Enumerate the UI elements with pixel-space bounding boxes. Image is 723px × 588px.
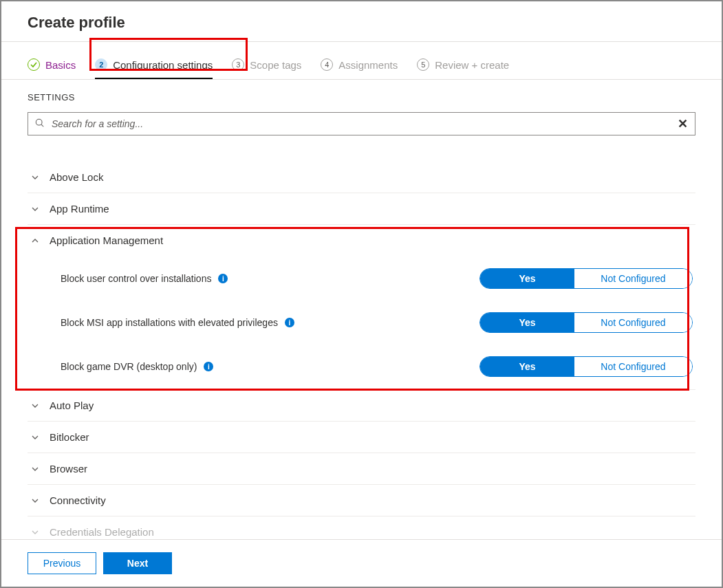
previous-button[interactable]: Previous bbox=[28, 552, 96, 574]
setting-row: Block MSI app installations with elevate… bbox=[61, 312, 693, 333]
tab-label: Assignments bbox=[338, 59, 398, 71]
category-row[interactable]: Connectivity bbox=[28, 485, 695, 516]
category-row[interactable]: Browser bbox=[28, 453, 695, 485]
settings-group: Block user control over installations i … bbox=[28, 256, 695, 390]
setting-row: Block user control over installations i … bbox=[61, 268, 693, 289]
info-icon[interactable]: i bbox=[204, 362, 213, 371]
toggle-option-yes[interactable]: Yes bbox=[480, 357, 574, 376]
tab-configuration-settings[interactable]: 2 Configuration settings bbox=[95, 58, 213, 79]
svg-line-1 bbox=[41, 124, 43, 127]
svg-point-0 bbox=[36, 119, 42, 125]
tab-assignments[interactable]: 4 Assignments bbox=[321, 58, 398, 79]
toggle-option-not-configured[interactable]: Not Configured bbox=[574, 357, 692, 376]
footer: Previous Next bbox=[1, 539, 722, 587]
step-number-icon: 5 bbox=[417, 58, 429, 71]
category-row[interactable]: Auto Play bbox=[28, 390, 695, 422]
info-icon[interactable]: i bbox=[218, 274, 228, 283]
category-label: Auto Play bbox=[50, 400, 94, 411]
category-row-expanded[interactable]: Application Management bbox=[28, 225, 695, 256]
section-label: SETTINGS bbox=[28, 92, 695, 102]
toggle-option-yes[interactable]: Yes bbox=[480, 269, 574, 288]
tab-label: Review + create bbox=[435, 59, 509, 71]
toggle-group: Yes Not Configured bbox=[479, 312, 693, 333]
category-label: Credentials Delegation bbox=[50, 526, 154, 538]
category-row[interactable]: Above Lock bbox=[28, 162, 695, 193]
toggle-group: Yes Not Configured bbox=[479, 356, 693, 377]
step-number-icon: 4 bbox=[321, 58, 333, 71]
info-icon[interactable]: i bbox=[285, 318, 294, 327]
category-label: Connectivity bbox=[50, 494, 106, 506]
categories-list: Above Lock App Runtime Application Manag… bbox=[28, 162, 695, 538]
chevron-down-icon bbox=[30, 173, 40, 182]
page-title: Create profile bbox=[1, 1, 722, 42]
toggle-group: Yes Not Configured bbox=[479, 268, 693, 289]
toggle-option-not-configured[interactable]: Not Configured bbox=[574, 269, 692, 288]
tab-review-create[interactable]: 5 Review + create bbox=[417, 58, 509, 79]
setting-label: Block user control over installations bbox=[61, 273, 211, 284]
tab-basics[interactable]: Basics bbox=[28, 58, 76, 79]
chevron-down-icon bbox=[30, 528, 40, 536]
category-label: Browser bbox=[50, 463, 87, 475]
chevron-down-icon bbox=[30, 465, 40, 473]
category-label: Above Lock bbox=[50, 171, 103, 183]
search-box[interactable]: ✕ bbox=[28, 112, 695, 135]
next-button[interactable]: Next bbox=[103, 552, 172, 574]
chevron-down-icon bbox=[30, 497, 40, 505]
chevron-down-icon bbox=[30, 433, 40, 442]
tab-label: Scope tags bbox=[250, 59, 301, 71]
chevron-down-icon bbox=[30, 402, 40, 410]
toggle-option-yes[interactable]: Yes bbox=[480, 313, 574, 332]
setting-row: Block game DVR (desktop only) i Yes Not … bbox=[61, 356, 693, 377]
setting-label: Block MSI app installations with elevate… bbox=[61, 317, 278, 328]
category-row[interactable]: Credentials Delegation bbox=[28, 516, 695, 538]
setting-label: Block game DVR (desktop only) bbox=[61, 361, 197, 372]
tab-label: Basics bbox=[45, 59, 76, 71]
close-icon[interactable]: ✕ bbox=[678, 116, 688, 131]
category-row[interactable]: App Runtime bbox=[28, 193, 695, 225]
tab-label: Configuration settings bbox=[113, 59, 213, 71]
check-icon bbox=[28, 58, 40, 71]
search-icon bbox=[35, 118, 45, 130]
toggle-option-not-configured[interactable]: Not Configured bbox=[574, 313, 692, 332]
category-label: App Runtime bbox=[50, 203, 109, 215]
chevron-up-icon bbox=[30, 237, 40, 245]
category-row[interactable]: Bitlocker bbox=[28, 422, 695, 453]
tab-scope-tags[interactable]: 3 Scope tags bbox=[232, 58, 301, 79]
step-number-icon: 2 bbox=[95, 58, 107, 71]
step-number-icon: 3 bbox=[232, 58, 244, 71]
chevron-down-icon bbox=[30, 205, 40, 213]
category-label: Application Management bbox=[50, 235, 163, 246]
tabs-bar: Basics 2 Configuration settings 3 Scope … bbox=[1, 42, 722, 80]
category-label: Bitlocker bbox=[50, 431, 89, 443]
search-input[interactable] bbox=[52, 118, 671, 129]
